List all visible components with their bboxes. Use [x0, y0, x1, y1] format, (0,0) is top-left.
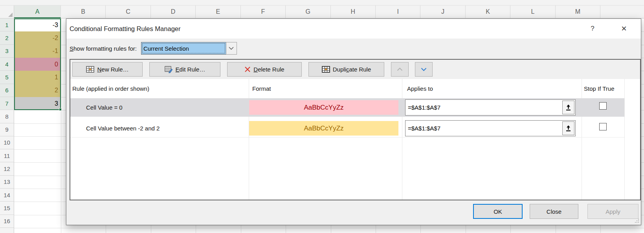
- chevron-down-icon: [229, 47, 234, 50]
- list-header-format: Format: [252, 79, 271, 98]
- new-rule-button[interactable]: New Rule…: [72, 62, 143, 77]
- rules-box: New Rule… Edit Rule… Delete Rule Duplica…: [70, 59, 641, 200]
- rule-row[interactable]: Cell Value = 0 AaBbCcYyZz: [70, 98, 624, 117]
- applies-to-field: [405, 99, 576, 116]
- scope-dropdown[interactable]: Current Selection: [141, 42, 237, 55]
- format-sample: AaBbCcYyZz: [249, 100, 398, 115]
- row-header-10[interactable]: 10: [0, 136, 14, 149]
- rule-name: Cell Value between -2 and 2: [86, 119, 160, 138]
- row-header-1[interactable]: 1: [0, 18, 14, 31]
- column-divider: [249, 79, 249, 200]
- column-divider: [582, 79, 582, 200]
- row-header-9[interactable]: 9: [0, 123, 14, 136]
- range-picker-button[interactable]: [562, 101, 574, 114]
- rule-name: Cell Value = 0: [86, 98, 123, 117]
- scope-dropdown-button[interactable]: [226, 42, 237, 55]
- dialog-title: Conditional Formatting Rules Manager: [70, 19, 180, 39]
- column-divider: [624, 79, 625, 200]
- grid-line: [14, 228, 644, 228]
- list-header-stop-if-true: Stop If True: [584, 79, 615, 98]
- scope-dropdown-field[interactable]: Current Selection: [141, 42, 226, 55]
- selection-border: [14, 18, 61, 110]
- select-all-corner[interactable]: [0, 6, 14, 18]
- applies-to-input[interactable]: [405, 121, 561, 136]
- cf-rules-manager-dialog: Conditional Formatting Rules Manager ? ✕…: [66, 18, 641, 225]
- column-header-I[interactable]: I: [376, 6, 420, 18]
- row-header-11[interactable]: 11: [0, 149, 14, 162]
- column-divider: [402, 79, 402, 200]
- grid-line: [61, 18, 61, 233]
- collapse-dialog-icon: [565, 125, 571, 132]
- column-header-A[interactable]: A: [14, 6, 61, 18]
- delete-x-icon: [244, 66, 251, 72]
- row-header-16[interactable]: 16: [0, 215, 14, 228]
- column-header-M[interactable]: M: [556, 6, 600, 18]
- applies-to-field: [405, 120, 576, 136]
- delete-rule-label: Delete Rule: [253, 66, 284, 73]
- duplicate-rule-button[interactable]: Duplicate Rule: [308, 62, 384, 77]
- scope-row: Show formatting rules for: Current Selec…: [70, 42, 237, 55]
- column-header-E[interactable]: E: [196, 6, 240, 18]
- close-icon[interactable]: ✕: [617, 19, 631, 39]
- dialog-titlebar[interactable]: Conditional Formatting Rules Manager ? ✕: [66, 19, 641, 39]
- row-header-7[interactable]: 7: [0, 97, 14, 110]
- scope-dropdown-value: Current Selection: [142, 43, 226, 54]
- stop-if-true-checkbox[interactable]: [599, 123, 607, 130]
- list-header-applies-to: Applies to: [407, 79, 433, 98]
- column-header-B[interactable]: B: [61, 6, 106, 18]
- row-header-2[interactable]: 2: [0, 31, 14, 44]
- table-grid-icon: [322, 66, 330, 73]
- row-header-3[interactable]: 3: [0, 45, 14, 58]
- row-header-strip: 12345678910111213141516: [0, 18, 14, 233]
- rules-toolbar: New Rule… Edit Rule… Delete Rule Duplica…: [70, 60, 640, 79]
- delete-rule-button[interactable]: Delete Rule: [227, 62, 302, 77]
- row-header-15[interactable]: 15: [0, 202, 14, 215]
- move-up-button[interactable]: [391, 62, 409, 77]
- apply-button[interactable]: Apply: [587, 204, 638, 219]
- new-rule-label: New Rule…: [97, 66, 128, 73]
- column-header-F[interactable]: F: [241, 6, 286, 18]
- range-picker-button[interactable]: [562, 121, 574, 135]
- duplicate-rule-label: Duplicate Rule: [333, 66, 371, 73]
- help-button[interactable]: ?: [586, 19, 599, 39]
- row-header-5[interactable]: 5: [0, 71, 14, 84]
- column-header-K[interactable]: K: [466, 6, 510, 18]
- edit-rule-label: Edit Rule…: [176, 66, 205, 73]
- column-header-L[interactable]: L: [510, 6, 555, 18]
- fill-handle[interactable]: [59, 108, 62, 111]
- column-header-D[interactable]: D: [151, 6, 196, 18]
- column-header-C[interactable]: C: [106, 6, 150, 18]
- stop-if-true-checkbox[interactable]: [599, 102, 607, 110]
- column-header-G[interactable]: G: [286, 6, 330, 18]
- scope-label: Show formatting rules for:: [70, 45, 137, 52]
- list-header-rule: Rule (applied in order shown): [72, 79, 149, 98]
- row-header-4[interactable]: 4: [0, 58, 14, 71]
- close-button[interactable]: Close: [530, 204, 578, 219]
- rule-row[interactable]: Cell Value between -2 and 2 AaBbCcYyZz: [70, 119, 624, 138]
- format-sample: AaBbCcYyZz: [249, 121, 398, 136]
- edit-rule-button[interactable]: Edit Rule…: [149, 62, 220, 77]
- table-grid-icon: [86, 66, 94, 73]
- row-header-14[interactable]: 14: [0, 189, 14, 202]
- edit-pencil-icon: [165, 66, 173, 73]
- ok-button[interactable]: OK: [473, 204, 523, 219]
- row-header-13[interactable]: 13: [0, 176, 14, 189]
- column-header-strip: ABCDEFGHIJKLM: [0, 6, 644, 18]
- applies-to-input[interactable]: [405, 100, 561, 115]
- column-header-J[interactable]: J: [420, 6, 465, 18]
- select-all-triangle-icon: [8, 13, 13, 17]
- formula-bar-edge: [0, 0, 644, 6]
- chevron-up-icon: [397, 68, 403, 71]
- chevron-down-icon: [421, 68, 427, 71]
- move-down-button[interactable]: [415, 62, 433, 77]
- excel-window: ABCDEFGHIJKLM 12345678910111213141516 -3…: [0, 0, 644, 233]
- row-header-12[interactable]: 12: [0, 162, 14, 175]
- resize-grip[interactable]: [634, 218, 639, 223]
- row-header-6[interactable]: 6: [0, 84, 14, 97]
- column-header-H[interactable]: H: [331, 6, 376, 18]
- row-header-8[interactable]: 8: [0, 110, 14, 123]
- collapse-dialog-icon: [565, 105, 571, 111]
